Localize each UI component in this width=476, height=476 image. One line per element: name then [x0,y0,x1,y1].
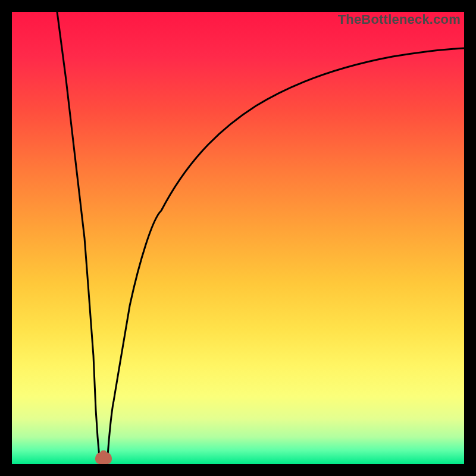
vertex-marker [95,452,112,464]
curve-left-branch [57,12,100,464]
plot-area: TheBottleneck.com [12,12,464,464]
vertex-marker-notch [101,452,106,458]
curve-right-branch [107,48,464,464]
curve-layer [12,12,464,464]
